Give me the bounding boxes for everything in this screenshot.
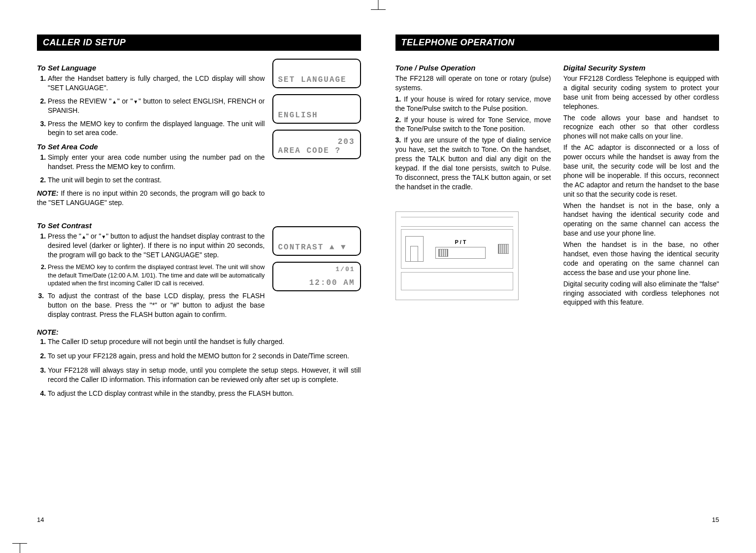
right-subcolumn: Digital Security System Your FF2128 Cord… <box>563 59 719 309</box>
illustration-frame <box>401 272 513 290</box>
lcd-contrast: CONTRAST ▲ ▼ <box>272 226 361 256</box>
heading-digital-security: Digital Security System <box>563 64 719 72</box>
illustration-body: P / T <box>401 229 513 269</box>
set-area-code-steps: Simply enter your area code number using… <box>37 153 265 185</box>
body-text: 3. If you are unsure of the type of dial… <box>395 136 551 191</box>
lcd-text: 203 <box>278 138 355 146</box>
two-column-layout: Tone / Pulse Operation The FF2128 will o… <box>395 59 720 309</box>
body-text: 2. If your house is wired for Tone Servi… <box>395 115 551 134</box>
lcd-english: ENGLISH <box>272 94 361 124</box>
crop-mark <box>371 9 386 10</box>
lang-area-block: To Set Language After the Handset batter… <box>37 59 361 209</box>
left-subcolumn: Tone / Pulse Operation The FF2128 will o… <box>395 59 551 309</box>
notes-list: The Caller ID setup procedure will not b… <box>37 337 361 398</box>
switch-group: P / T <box>427 239 494 259</box>
body-text: The FF2128 will operate on tone or rotar… <box>395 74 551 93</box>
body-text: The code allows your base and handset to… <box>563 113 719 141</box>
up-arrow-icon <box>111 97 117 105</box>
up-arrow-icon <box>81 232 86 240</box>
text-fragment: Press the REVIEW " <box>48 97 111 105</box>
list-item: Press the MEMO key to confirm the displa… <box>48 263 265 287</box>
list-item: After the Handset battery is fully charg… <box>48 74 265 93</box>
crop-mark <box>20 543 20 553</box>
lcd-text: AREA CODE ? <box>278 146 355 155</box>
list-item: To adjust the contrast of the base LCD d… <box>48 291 265 319</box>
page-spread: CALLER ID SETUP To Set Language After th… <box>0 0 756 553</box>
list-item: Your FF2128 will always stay in setup mo… <box>48 366 361 384</box>
list-item: The Caller ID setup procedure will not b… <box>48 337 361 346</box>
text-column: To Set Language After the Handset batter… <box>37 59 265 209</box>
lcd-text: 1/01 <box>278 266 355 273</box>
contrast-block: To Set Contrast Press the "" or "" butto… <box>37 216 361 323</box>
body-text: When the handset is in the base, no othe… <box>563 240 719 277</box>
text-fragment: If your house is wired for Tone Service,… <box>395 116 551 133</box>
page-14: CALLER ID SETUP To Set Language After th… <box>20 20 378 533</box>
lcd-text: 12:00 AM <box>278 278 355 287</box>
body-text: Your FF2128 Cordless Telephone is equipp… <box>563 74 719 111</box>
lcd-text: ENGLISH <box>278 111 355 120</box>
lcd-column: CONTRAST ▲ ▼ 1/01 12:00 AM <box>272 216 361 323</box>
section-header-caller-id: CALLER ID SETUP <box>37 35 361 51</box>
note-heading: NOTE: <box>37 328 361 336</box>
body-text: Digital security coding will also elimin… <box>563 279 719 308</box>
set-contrast-steps: Press the "" or "" button to adjust the … <box>37 232 265 319</box>
lcd-text: SET LANGUAGE <box>278 75 355 84</box>
heading-set-area-code: To Set Area Code <box>37 142 265 151</box>
heading-tone-pulse: Tone / Pulse Operation <box>395 64 551 72</box>
notes-block: NOTE: The Caller ID setup procedure will… <box>37 328 361 403</box>
crop-mark <box>12 543 27 544</box>
switch-end-icon <box>498 244 509 254</box>
list-item: The unit will begin to set the contrast. <box>48 175 265 185</box>
body-text: When the handset is not in the base, onl… <box>563 201 719 239</box>
body-text: If the AC adaptor is disconnected or a l… <box>563 143 719 199</box>
switch-label-text: P / T <box>455 239 466 245</box>
lcd-area-code: 203 AREA CODE ? <box>272 130 361 159</box>
page-15: TELEPHONE OPERATION Tone / Pulse Operati… <box>378 20 737 533</box>
illustration-frame <box>401 217 513 227</box>
down-arrow-icon <box>133 97 138 105</box>
text-fragment: If your house is wired for rotary servic… <box>395 95 551 112</box>
body-text: 1. If your house is wired for rotary ser… <box>395 95 551 113</box>
heading-set-contrast: To Set Contrast <box>37 221 265 230</box>
heading-set-language: To Set Language <box>37 64 265 72</box>
section-header-telephone-operation: TELEPHONE OPERATION <box>395 35 720 51</box>
lcd-column: SET LANGUAGE ENGLISH 203 AREA CODE ? <box>272 59 361 209</box>
set-language-steps: After the Handset battery is fully charg… <box>37 74 265 138</box>
text-fragment: " or " <box>117 97 133 105</box>
text-fragment: " or " <box>86 232 101 240</box>
list-item: Simply enter your area code number using… <box>48 153 265 172</box>
text-column: To Set Contrast Press the "" or "" butto… <box>37 216 265 323</box>
note-text: If there is no input within 20 seconds, … <box>37 189 265 207</box>
inline-note: NOTE: If there is no input within 20 sec… <box>37 189 265 207</box>
crop-mark <box>378 0 378 10</box>
text-fragment: If you are unsure of the type of dialing… <box>395 136 551 190</box>
down-arrow-icon <box>101 232 106 240</box>
lcd-text: CONTRAST ▲ ▼ <box>278 243 355 252</box>
list-item: Press the REVIEW "" or "" button to sele… <box>48 97 265 115</box>
list-item: To adjust the LCD display contrast while… <box>48 389 361 398</box>
phone-jack-icon <box>405 236 424 262</box>
page-number: 14 <box>37 516 44 523</box>
switch-thumb-icon <box>438 249 448 257</box>
tone-pulse-switch-illustration: P / T <box>395 211 519 300</box>
list-item: Press the MEMO key to confirm the displa… <box>48 119 265 138</box>
lcd-set-language: SET LANGUAGE <box>272 59 361 88</box>
switch-track <box>435 247 486 259</box>
page-number: 15 <box>712 516 719 523</box>
list-item: To set up your FF2128 again, press and h… <box>48 351 361 361</box>
list-item: Press the "" or "" button to adjust the … <box>48 232 265 260</box>
note-label: NOTE: <box>37 189 59 197</box>
text-fragment: Press the " <box>48 232 81 240</box>
lcd-time-date: 1/01 12:00 AM <box>272 262 361 291</box>
